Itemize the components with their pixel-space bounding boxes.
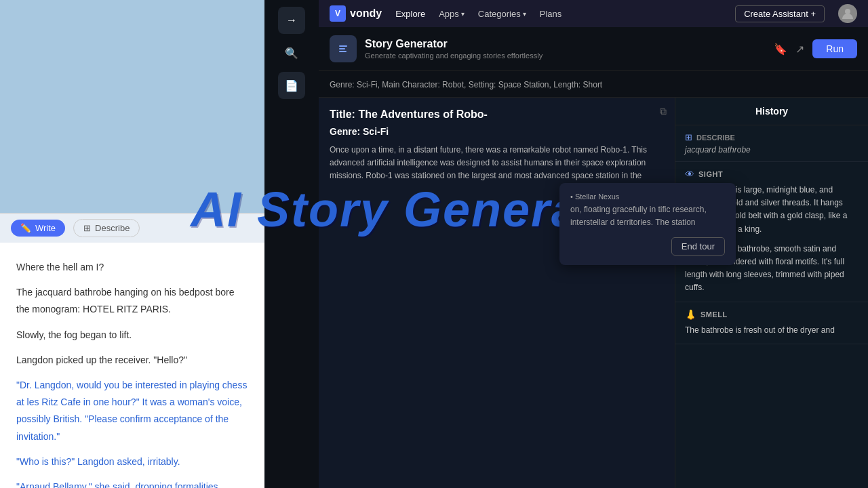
- output-body: Once upon a time, in a distant future, t…: [330, 144, 664, 183]
- describe-header: ⊞ DESCRIBE: [685, 132, 859, 142]
- left-main-panel: ✏️ Write ⊞ Describe Where the hell am I?…: [0, 0, 264, 488]
- smell-header: 👃 SMELL: [685, 309, 859, 320]
- story-generator-info: Story Generator Generate captivating and…: [365, 38, 542, 60]
- smell-content: The bathrobe is fresh out of the dryer a…: [685, 324, 859, 337]
- smell-label: SMELL: [701, 310, 728, 319]
- svg-point-0: [845, 9, 850, 14]
- story-generator-actions: 🔖 ↗ Run: [774, 39, 857, 58]
- paragraph-5: "Dr. Langdon, would you be interested in…: [16, 377, 248, 445]
- left-top-background: [0, 0, 264, 213]
- collapse-sidebar-button[interactable]: →: [278, 7, 305, 34]
- history-describe-item[interactable]: ⊞ DESCRIBE jacquard bathrobe: [675, 125, 868, 162]
- write-label: Write: [35, 223, 56, 233]
- user-avatar[interactable]: [838, 4, 857, 23]
- describe-icon: ⊞: [83, 223, 91, 233]
- tour-body: on, floating gracefully in tific researc…: [570, 203, 725, 229]
- output-genre: Genre: Sci-Fi: [330, 126, 664, 137]
- history-smell-item[interactable]: 👃 SMELL The bathrobe is fresh out of the…: [675, 302, 868, 344]
- describe-section-icon: ⊞: [685, 132, 692, 142]
- write-content-area[interactable]: Where the hell am I? The jacquard bathro…: [0, 243, 264, 488]
- nav-categories[interactable]: Categories ▾: [478, 9, 526, 19]
- copy-icon[interactable]: ⧉: [660, 106, 667, 117]
- story-generator-icon: [330, 35, 357, 62]
- share-button[interactable]: ↗: [795, 43, 804, 56]
- document-icon: 📄: [285, 79, 298, 92]
- nav-plans[interactable]: Plans: [540, 9, 562, 19]
- sight-header: 👁 SIGHT: [685, 169, 859, 180]
- bookmark-button[interactable]: 🔖: [774, 43, 787, 56]
- vondy-logo-icon: V: [330, 5, 346, 22]
- describe-section-label: DESCRIBE: [696, 134, 735, 142]
- top-nav: V vondy Explore Apps ▾ Categories ▾ Plan…: [319, 0, 868, 27]
- genre-text: Genre: Sci-Fi, Main Character: Robot, Se…: [330, 80, 602, 89]
- search-sidebar-button[interactable]: 🔍: [278, 39, 305, 66]
- sight-label: SIGHT: [698, 170, 723, 178]
- story-generator-header: Story Generator Generate captivating and…: [319, 27, 868, 71]
- paragraph-2: The jacquard bathrobe hanging on his bed…: [16, 284, 248, 318]
- tour-popup: • Stellar Nexus on, floating gracefully …: [559, 183, 736, 265]
- run-button[interactable]: Run: [812, 39, 857, 58]
- categories-chevron-icon: ▾: [523, 10, 526, 18]
- history-title: History: [675, 98, 868, 125]
- history-sidebar-button[interactable]: 📄: [278, 72, 305, 99]
- output-panel[interactable]: ⧉ Title: The Adventures of Robo- Genre: …: [319, 98, 675, 488]
- output-title: Title: The Adventures of Robo-: [330, 108, 664, 121]
- nav-explore[interactable]: Explore: [395, 9, 425, 19]
- avatar-icon: [841, 7, 854, 20]
- create-assistant-button[interactable]: Create Assistant +: [735, 5, 825, 22]
- svg-rect-2: [339, 45, 347, 47]
- smell-icon: 👃: [685, 309, 696, 320]
- story-generator-subtitle: Generate captivating and engaging storie…: [365, 52, 542, 60]
- sg-icon-svg: [336, 41, 351, 56]
- nav-categories-label: Categories: [478, 9, 521, 19]
- history-panel: History ⊞ DESCRIBE jacquard bathrobe 👁 S…: [675, 98, 868, 488]
- apps-chevron-icon: ▾: [461, 10, 465, 18]
- paragraph-4: Langdon picked up the receiver. "Hello?": [16, 352, 248, 369]
- nav-apps-label: Apps: [439, 9, 459, 19]
- paragraph-1: Where the hell am I?: [16, 259, 248, 276]
- describe-value: jacquard bathrobe: [685, 145, 859, 155]
- paragraph-6: "Who is this?" Langdon asked, irritably.: [16, 453, 248, 470]
- left-sidebar: → 🔍 📄: [264, 0, 319, 488]
- genre-bar: Genre: Sci-Fi, Main Character: Robot, Se…: [319, 71, 868, 98]
- svg-rect-3: [339, 48, 345, 49]
- end-tour-button[interactable]: End tour: [671, 237, 725, 256]
- story-generator-title: Story Generator: [365, 38, 542, 50]
- write-icon: ✏️: [20, 223, 31, 233]
- paragraph-3: Slowly, the fog began to lift.: [16, 327, 248, 344]
- svg-rect-4: [339, 51, 347, 52]
- describe-label: Describe: [95, 223, 130, 233]
- sight-icon: 👁: [685, 169, 694, 180]
- write-describe-toolbar: ✏️ Write ⊞ Describe: [0, 213, 264, 243]
- content-split: ⧉ Title: The Adventures of Robo- Genre: …: [319, 98, 868, 488]
- nav-apps[interactable]: Apps ▾: [439, 9, 465, 19]
- collapse-icon: →: [286, 14, 297, 26]
- describe-button[interactable]: ⊞ Describe: [73, 219, 140, 237]
- search-icon: 🔍: [285, 47, 298, 60]
- tour-subtitle: • Stellar Nexus: [570, 192, 725, 201]
- nav-logo-text: vondy: [350, 7, 382, 20]
- write-button[interactable]: ✏️ Write: [11, 220, 65, 237]
- paragraph-7: "Arnaud Bellamy," she said, dropping for…: [16, 479, 248, 488]
- nav-logo[interactable]: V vondy: [330, 5, 382, 22]
